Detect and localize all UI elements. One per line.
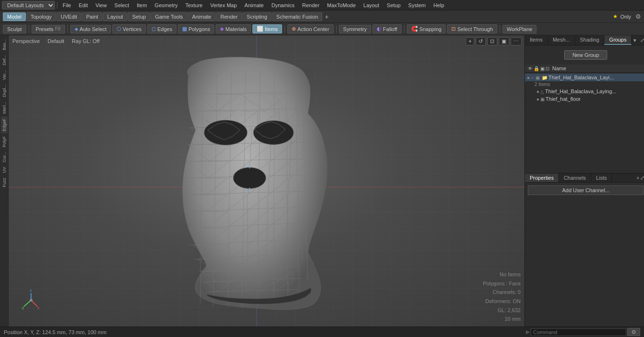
sidebar-tab-cur[interactable]: Cur... — [1, 150, 8, 164]
add-user-channel-button[interactable]: Add User Channel... — [528, 185, 644, 195]
props-tab-lists[interactable]: Lists — [591, 174, 612, 182]
menu-geometry[interactable]: Geometry — [151, 1, 181, 9]
sidebar-tab-edgef[interactable]: EdgeF — [1, 117, 8, 133]
tab-paint[interactable]: Paint — [82, 12, 102, 21]
position-status: Position X, Y, Z: 124.5 mm, 73 mm, 100 m… — [4, 329, 524, 335]
menu-system[interactable]: System — [405, 1, 429, 9]
sidebar-tab-bas[interactable]: Bas... — [1, 37, 8, 52]
menu-help[interactable]: Help — [430, 1, 448, 9]
tab-controls: ▾ ⤢ — [632, 35, 644, 45]
items-button[interactable]: ⬜ Items — [252, 24, 282, 33]
mesh-object — [88, 37, 413, 314]
menu-view[interactable]: View — [92, 1, 110, 9]
settings-icon[interactable]: ⚙ — [635, 13, 641, 20]
auto-select-button[interactable]: ◈ Auto Select — [70, 25, 111, 33]
menu-item[interactable]: Item — [133, 1, 150, 9]
group-name-label: Thief_Hat_Balaclava_Layi... — [548, 75, 614, 80]
sidebar-tab-ver[interactable]: Ver... — [1, 68, 8, 82]
new-group-button[interactable]: New Group — [564, 50, 607, 60]
polygons-button[interactable]: ▦ Polygons — [178, 24, 214, 33]
panel-header: 👁 🔒 ▣ ⊡ Name — [525, 65, 644, 73]
tab-expand-icon[interactable]: ⤢ — [638, 36, 644, 44]
symmetry-button[interactable]: Symmetry — [339, 25, 371, 33]
sidebar-tab-fuzz[interactable]: Fuzz — [1, 176, 8, 189]
tab-dropdown-icon[interactable]: ▾ — [632, 36, 638, 44]
menu-dynamics[interactable]: Dynamics — [268, 1, 298, 9]
tab-shading[interactable]: Shading — [575, 35, 604, 45]
props-expand-icon[interactable]: ⤢ — [640, 175, 644, 181]
size-label: 10 mm — [483, 315, 521, 324]
tab-schematic[interactable]: Schematic Fusion — [272, 12, 322, 21]
sidebar-tab-polyf[interactable]: PolyF — [1, 134, 8, 149]
no-items-label: No Items — [483, 270, 521, 279]
tab-mesh[interactable]: Mesh... — [548, 35, 575, 45]
tab-setup[interactable]: Setup — [128, 12, 150, 21]
child-item-1[interactable]: ● △ Thief_Hat_Balaclava_Laying... — [525, 87, 644, 95]
child-item-2[interactable]: ● ▣ Thief_hat_floor — [525, 95, 644, 103]
tab-topology[interactable]: Topology — [26, 12, 56, 21]
sidebar-tab-def[interactable]: Def... — [1, 53, 8, 67]
add-tab-button[interactable]: + — [323, 13, 330, 21]
menu-vertex-map[interactable]: Vertex Map — [207, 1, 240, 9]
workplane-button[interactable]: WorkPlane — [502, 25, 537, 33]
only-label: Only — [620, 14, 631, 20]
menu-edit[interactable]: Edit — [76, 1, 91, 9]
presets-button[interactable]: Presets F8 — [32, 25, 65, 33]
props-tab-properties[interactable]: Properties — [525, 174, 559, 182]
command-input[interactable] — [531, 328, 626, 336]
viewport-home-button[interactable]: ⌖ — [466, 37, 474, 45]
vertices-button[interactable]: ⬡ Vertices — [112, 24, 146, 33]
viewport[interactable]: Perspective Default Ray GL: Off ⌖ ↺ ⊡ ▣ … — [9, 35, 524, 326]
menu-render[interactable]: Render — [299, 1, 323, 9]
sidebar-tab-uv[interactable]: UV — [1, 165, 8, 175]
command-area: ▶ ⊙ — [526, 328, 640, 336]
falloff-button[interactable]: ◐ Falloff — [372, 24, 402, 33]
tab-uvedit[interactable]: UVEdit — [56, 12, 81, 21]
name-column-header: Name — [550, 65, 644, 71]
menu-select[interactable]: Select — [111, 1, 132, 9]
tab-items[interactable]: Items — [525, 35, 548, 45]
sidebar-tab-merl[interactable]: Merl... — [1, 100, 8, 116]
items-label: Items — [265, 26, 278, 32]
child1-name-label: Thief_Hat_Balaclava_Laying... — [545, 88, 616, 94]
tab-model[interactable]: Model — [3, 12, 26, 21]
viewport-controls: ⌖ ↺ ⊡ ▣ ⋯ — [466, 37, 522, 45]
props-tab-channels[interactable]: Channels — [559, 174, 591, 182]
viewport-zoom-fit-button[interactable]: ⊡ — [487, 37, 497, 45]
select-through-label: Select Through — [457, 26, 492, 32]
command-run-button[interactable]: ⊙ — [627, 328, 640, 336]
tab-animate[interactable]: Animate — [188, 12, 216, 21]
menu-texture[interactable]: Texture — [182, 1, 206, 9]
snapping-button[interactable]: 🧲 Snapping — [407, 24, 446, 33]
group-item[interactable]: ● ○ ▣ 📁 Thief_Hat_Balaclava_Layi... — [525, 74, 644, 81]
props-plus-icon[interactable]: + — [636, 175, 639, 181]
layout-dropdown[interactable]: Default Layouts — [2, 1, 55, 10]
tab-render[interactable]: Render — [216, 12, 242, 21]
tab-scripting[interactable]: Scripting — [242, 12, 272, 21]
polygons-label: Polygons — [188, 26, 210, 32]
sidebar-tab-dupl[interactable]: Dupl... — [1, 83, 8, 99]
tab-layout[interactable]: Layout — [103, 12, 127, 21]
toolbar-sep-1 — [29, 25, 29, 33]
tree-items-container: ● ○ ▣ 📁 Thief_Hat_Balaclava_Layi... 2 It… — [525, 73, 644, 104]
groups-section: Items Mesh... Shading Groups ▾ ⤢ New Gro… — [525, 35, 644, 174]
tab-groups[interactable]: Groups — [604, 35, 632, 45]
tab-game-tools[interactable]: Game Tools — [151, 12, 187, 21]
viewport-recenter-button[interactable]: ↺ — [476, 37, 486, 45]
menu-maxtomodo[interactable]: MaxToMode — [324, 1, 359, 9]
edges-button[interactable]: ◻ Edges — [147, 24, 176, 33]
command-prompt-icon[interactable]: ▶ — [526, 329, 530, 335]
viewport-status: No Items Polygons : Face Channels: 0 Def… — [483, 270, 521, 324]
action-center-button[interactable]: ⊕ Action Center — [287, 24, 334, 33]
viewport-settings-button[interactable]: ⋯ — [511, 37, 522, 45]
menu-layout[interactable]: Layout — [360, 1, 382, 9]
menu-file[interactable]: File — [59, 1, 75, 9]
viewport-display-button[interactable]: ▣ — [499, 37, 509, 45]
sculpt-button[interactable]: Sculpt — [3, 25, 26, 33]
channels-label: Channels: 0 — [483, 288, 521, 297]
menu-animate[interactable]: Animate — [241, 1, 267, 9]
menu-setup[interactable]: Setup — [383, 1, 404, 9]
materials-button[interactable]: ◈ Materials — [216, 24, 251, 33]
select-through-button[interactable]: ⊡ Select Through — [447, 24, 497, 33]
right-panel: Items Mesh... Shading Groups ▾ ⤢ New Gro… — [524, 35, 644, 326]
